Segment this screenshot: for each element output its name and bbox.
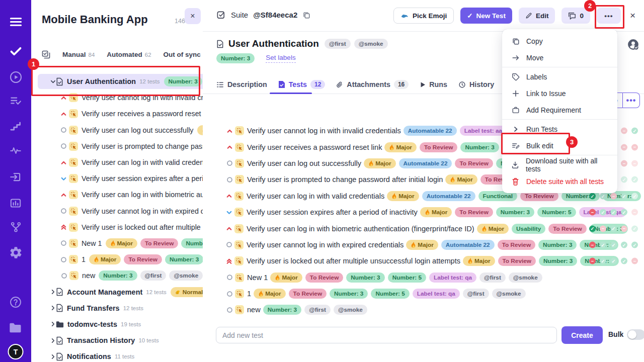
menu-item-move[interactable]: Move xyxy=(502,49,617,66)
tree-suite-row[interactable]: Fund Transfers12 tests xyxy=(31,300,203,316)
close-suite-icon[interactable]: × xyxy=(627,8,638,24)
tag-badge: @first xyxy=(325,39,351,49)
tab-label: Attachments xyxy=(347,80,390,88)
menu-item-link-to-issue[interactable]: Link to Issue xyxy=(502,85,617,102)
avatar[interactable] xyxy=(627,38,639,53)
pick-emoji-button[interactable]: Pick Emoji xyxy=(393,8,454,24)
menu-item-copy[interactable]: Copy xyxy=(502,33,617,49)
test-click-icon xyxy=(235,289,244,298)
tree-test-row[interactable]: Verify user can log out successfullyMajo… xyxy=(31,122,203,138)
filter-count: 62 xyxy=(145,52,151,58)
create-test-button[interactable]: Create xyxy=(561,326,603,344)
tasks-check-icon[interactable] xyxy=(7,43,24,59)
test-row[interactable]: Verify user session expires after a peri… xyxy=(203,204,644,220)
app-logo[interactable]: T xyxy=(8,344,24,359)
settings-gear-icon[interactable] xyxy=(7,244,24,260)
test-click-icon xyxy=(235,143,244,152)
menu-item-download-suite-with-all-tests[interactable]: Download suite with all tests xyxy=(502,156,617,173)
tab-description[interactable]: Description xyxy=(216,80,267,88)
branch-icon[interactable] xyxy=(7,219,24,235)
tree-test-row[interactable]: 1MajorTo ReviewNumber: 3Number: 5Label t… xyxy=(31,251,203,267)
labels-icon xyxy=(511,73,520,81)
badge-major: Major xyxy=(445,174,477,185)
comments-button[interactable]: 0 xyxy=(561,8,590,24)
menu-item-labels[interactable]: Labels xyxy=(502,68,617,85)
tree-test-row[interactable]: Verify user can log in with valid creden… xyxy=(31,154,203,170)
tree-test-row[interactable]: Verify user cannot log in with invalid c… xyxy=(31,89,203,106)
list-check-icon[interactable] xyxy=(7,93,24,109)
tree-suite-row-selected[interactable]: User Authentication12 testsNumber: 3 xyxy=(31,73,203,89)
copy-suite-id-icon[interactable] xyxy=(302,11,310,19)
check-icon: ✓ xyxy=(467,12,472,20)
badge-to-review: To Review xyxy=(124,254,162,264)
chevron-down-icon[interactable] xyxy=(50,79,56,84)
help-icon[interactable] xyxy=(7,294,24,310)
activity-pulse-icon[interactable] xyxy=(7,142,24,158)
tree-test-row[interactable]: newNumber: 3@first@smoke xyxy=(31,267,203,284)
badge-automatable-22: Automatable 22 xyxy=(422,191,475,201)
priority-none-icon xyxy=(60,256,67,263)
report-chart-icon[interactable] xyxy=(7,195,24,211)
tab-count-badge: 16 xyxy=(394,80,409,89)
more-actions-button[interactable]: ••• xyxy=(597,8,621,24)
menu-item-add-requirement[interactable]: Add Requirement xyxy=(502,102,617,118)
menu-item-bulk-edit[interactable]: Bulk edit xyxy=(502,137,617,154)
chevron-right-icon[interactable] xyxy=(50,338,56,343)
steps-icon[interactable] xyxy=(7,118,24,134)
tree-test-row[interactable]: Verify user can log in with biometric au… xyxy=(31,187,203,203)
status-pass-icon: ✓ xyxy=(589,225,596,232)
test-row[interactable]: Verify user is locked out after multiple… xyxy=(203,253,644,269)
tree-test-row[interactable]: Verify user is prompted to change passwo… xyxy=(31,138,203,154)
new-test-button[interactable]: ✓ New Test xyxy=(460,8,512,24)
menu-item-run-tests[interactable]: Run Tests xyxy=(502,121,617,137)
sign-in-icon[interactable] xyxy=(7,169,24,185)
tree-suite-row[interactable]: Account Management12 testsNormal xyxy=(31,284,203,300)
tree-filter-automated[interactable]: Automated62 xyxy=(107,51,151,58)
tree-suite-row[interactable]: Transaction History10 tests xyxy=(31,332,203,348)
partial-more-button[interactable]: ••• xyxy=(623,93,640,108)
set-labels-link[interactable]: Set labels xyxy=(266,54,295,63)
bulk-toggle-knob xyxy=(628,330,636,339)
tab-runs[interactable]: Runs xyxy=(420,80,447,88)
tab-description-icon xyxy=(216,81,224,88)
badge-to-review: To Review xyxy=(455,158,493,168)
status-pass-icon: ✓ xyxy=(610,225,617,232)
chevron-right-icon[interactable] xyxy=(50,354,56,359)
test-click-icon xyxy=(235,126,244,135)
close-tree-button[interactable]: × xyxy=(185,8,201,24)
test-click-icon xyxy=(69,158,78,167)
test-row[interactable]: Verify user can log in with biometric au… xyxy=(203,220,644,236)
test-row[interactable]: New 1MajorTo ReviewNumber: 3Number: 5Lab… xyxy=(203,269,644,286)
priority-none-icon xyxy=(60,127,67,133)
test-name: Verify user session expires after a peri… xyxy=(247,208,418,216)
tab-attachments[interactable]: Attachments16 xyxy=(336,80,409,89)
play-runs-icon[interactable] xyxy=(7,69,24,85)
chevron-right-icon[interactable] xyxy=(50,321,56,327)
tree-test-row[interactable]: New 1MajorTo ReviewNumber: 3Number: 5Lab… xyxy=(31,235,203,251)
tab-history[interactable]: History xyxy=(458,80,494,88)
menu-icon[interactable] xyxy=(7,14,24,30)
tree-suite-row[interactable]: Notifications11 tests xyxy=(31,348,203,362)
tree-filter-out-of-sync[interactable]: Out of sync xyxy=(164,51,201,58)
bulk-toggle[interactable] xyxy=(627,329,644,340)
add-new-test-input[interactable] xyxy=(216,327,557,343)
test-row[interactable]: 1MajorTo ReviewNumber: 3Number: 5Label t… xyxy=(203,286,644,302)
test-row[interactable]: newNumber: 3@first@smoke xyxy=(203,302,644,318)
test-name: Verify user can log in with biometric au… xyxy=(82,191,203,199)
tree-test-row[interactable]: Verify user receives a password reset li… xyxy=(31,106,203,122)
projects-folder-icon[interactable] xyxy=(7,320,24,336)
tree-test-row[interactable]: Verify user session expires after a peri… xyxy=(31,170,203,187)
tree-suite-row[interactable]: todomvc-tests19 tests xyxy=(31,316,203,332)
select-all-icon[interactable] xyxy=(42,50,50,59)
tab-tests[interactable]: Tests12 xyxy=(278,80,326,89)
tree-test-row[interactable]: Verify user is locked out after multiple… xyxy=(31,219,203,235)
test-row[interactable]: Verify user cannot log in with expired c… xyxy=(203,237,644,253)
chevron-right-icon[interactable] xyxy=(50,305,56,311)
tree-filter-manual[interactable]: Manual84 xyxy=(62,51,95,58)
menu-item-delete-suite-with-all-tests[interactable]: Delete suite with all tests xyxy=(502,173,617,190)
tree-test-row[interactable]: Verify user cannot log in with expired c… xyxy=(31,203,203,219)
chevron-right-icon[interactable] xyxy=(50,289,56,295)
selected-suite-highlight[interactable]: User Authentication12 testsNumber: 3 xyxy=(38,74,203,89)
edit-button[interactable]: Edit xyxy=(519,8,555,24)
tab-label: History xyxy=(469,80,494,88)
